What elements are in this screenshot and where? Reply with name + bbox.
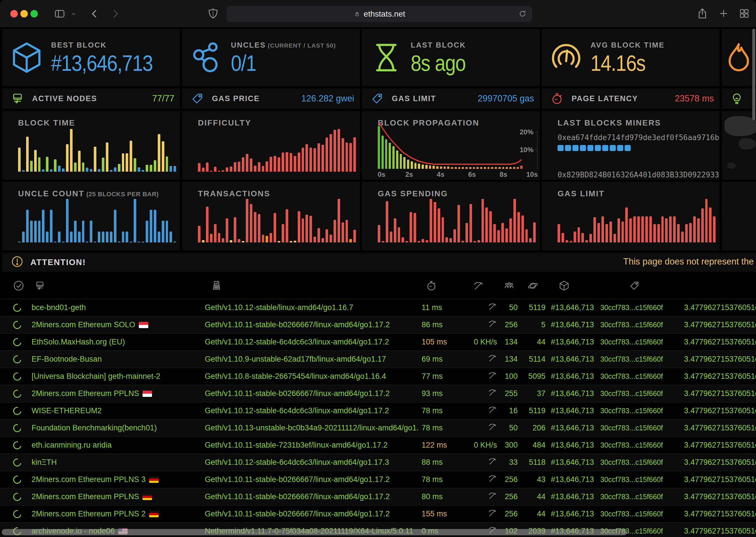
header-check-circle-icon — [0, 280, 26, 293]
uncle-count-chart: UNCLE COUNT (25 BLOCKS PER BAR) — [2, 182, 180, 250]
back-icon[interactable] — [89, 8, 100, 20]
chevron-down-icon[interactable] — [70, 11, 77, 17]
chart-bar — [286, 209, 288, 242]
ethstats-window: ethstats.net BEST BLOCK#13,646,713UNCLES… — [0, 0, 756, 537]
chart-bar — [282, 224, 284, 242]
node-name: 2Miners.com Ethereum PPLNS — [31, 492, 139, 501]
node-type-cell: Geth/v1.10.12-stable-6c4dc6c3/linux-amd6… — [205, 338, 419, 347]
table-row[interactable]: kinΞTHGeth/v1.10.12-stable-6c4dc6c3/linu… — [0, 454, 756, 471]
chart-bar — [390, 231, 392, 242]
chart-bar — [54, 159, 57, 172]
table-row[interactable]: [Universa Blockchain] geth-mainnet-2Geth… — [0, 368, 756, 385]
table-row[interactable]: WISE-ETHEREUM2Geth/v1.10.12-stable-6c4dc… — [0, 402, 756, 420]
close-window-button[interactable] — [10, 10, 18, 18]
chart-bar — [488, 167, 490, 169]
miner-block-square — [625, 145, 631, 151]
tab-overview-icon[interactable] — [739, 8, 750, 19]
chart-bar — [70, 231, 72, 242]
chart-bar — [398, 227, 400, 242]
chart-bar — [473, 241, 476, 242]
miner-hash: 0xea674fdde714fd979de3edf0f56aa9716b898e… — [557, 133, 720, 142]
miner-block-square — [610, 145, 616, 151]
node-latency-cell: 88 ms — [419, 458, 456, 467]
chart-bar — [30, 221, 33, 242]
chart-bar — [173, 166, 176, 172]
stat-value: 77/77 — [152, 94, 174, 104]
table-row[interactable]: 2Miners.com Ethereum PPLNS 3Geth/v1.10.1… — [0, 471, 756, 488]
reload-icon[interactable] — [518, 10, 527, 20]
table-header — [0, 273, 756, 299]
miner-block-square — [580, 145, 586, 151]
stat-label: GAS PRICE — [212, 94, 301, 103]
miner-block-square — [557, 145, 563, 151]
chart-bar — [570, 241, 572, 242]
chart-bar — [629, 218, 632, 242]
node-name-cell: 2Miners.com Ethereum PPLNS — [26, 389, 205, 398]
chart-bar — [30, 161, 33, 172]
chart-bar — [697, 218, 700, 242]
warning-icon — [11, 255, 23, 269]
address-bar[interactable]: ethstats.net — [227, 6, 532, 22]
chart-bar — [226, 167, 228, 172]
miner-block-square — [617, 145, 623, 151]
chart-bars — [198, 199, 356, 242]
stat-text: BEST BLOCK#13,646,713 — [51, 39, 180, 76]
node-difficulty-cell: 3.477962715376051e+22 — [657, 389, 756, 398]
node-latency-cell: 93 ms — [419, 389, 456, 398]
chart-bar — [70, 129, 72, 172]
chart-bar — [422, 164, 424, 169]
table-row[interactable]: 2Miners.com Ethereum SOLOGeth/v1.10.11-s… — [0, 316, 756, 334]
node-type-cell: Geth/v1.10.11-stable-b0266667/linux-amd6… — [205, 320, 419, 329]
node-last-block-cell: #13,646,713 — [548, 338, 595, 347]
new-tab-icon[interactable] — [718, 8, 729, 19]
pickaxe-icon — [473, 280, 484, 292]
minimize-window-button[interactable] — [21, 10, 28, 18]
node-block-hash-cell: 30ccf783...c15f660f — [595, 390, 657, 398]
chart-bar — [122, 231, 124, 242]
table-row[interactable]: EthSolo.MaxHash.org (EU)Geth/v1.10.12-st… — [0, 334, 756, 351]
node-mining-cell — [456, 508, 501, 519]
zoom-window-button[interactable] — [30, 10, 38, 18]
check-circle-icon — [13, 280, 24, 293]
node-name-cell: 2Miners.com Ethereum PPLNS — [26, 492, 205, 501]
stat-active-nodes: ACTIVE NODES77/77 — [2, 88, 180, 109]
stat-value: 126.282 gwei — [301, 94, 354, 104]
node-mining-cell: 0 KH/s — [456, 338, 501, 347]
chart-bar — [62, 169, 65, 172]
node-status-icon — [12, 371, 23, 382]
table-row[interactable]: EF-Bootnode-BusanGeth/v1.10.9-unstable-6… — [0, 351, 756, 368]
chart-bar — [262, 166, 264, 172]
chart-bar — [476, 167, 479, 169]
share-icon[interactable] — [696, 8, 708, 20]
node-last-block-cell: #13,646,713 — [548, 355, 595, 364]
node-pending-cell: 5119 — [518, 303, 548, 312]
table-row[interactable]: Foundation Benchmarking(bench01)Geth/v1.… — [0, 420, 756, 437]
chart-bar — [645, 216, 648, 242]
vertical-scrollbar[interactable] — [752, 29, 755, 120]
table-row[interactable]: eth.icanmining.ru aridiaGeth/v1.10.11-st… — [0, 437, 756, 454]
table-row[interactable]: 2Miners.com Ethereum PPLNSGeth/v1.10.11-… — [0, 488, 756, 506]
horizontal-scrollbar[interactable] — [2, 529, 627, 535]
node-name-cell: [Universa Blockchain] geth-mainnet-2 — [26, 372, 205, 381]
chart-bar — [22, 231, 25, 242]
people-icon — [504, 280, 514, 292]
forward-icon[interactable] — [110, 8, 121, 20]
chart-bar — [42, 169, 44, 172]
node-peers-cell: 256 — [501, 475, 518, 484]
node-difficulty-cell: 3.477962715376051e+22 — [657, 441, 756, 450]
chart-bar — [480, 167, 482, 169]
table-row[interactable]: bce-bnd01-gethGeth/v1.10.12-stable/linux… — [0, 299, 756, 316]
node-pending-cell: 43 — [518, 475, 548, 484]
chart-bar — [150, 210, 152, 242]
table-row[interactable]: 2Miners.com Ethereum PPLNS 2Geth/v1.10.1… — [0, 506, 756, 523]
chart-bar — [415, 163, 417, 169]
sidebar-toggle-icon[interactable] — [54, 8, 66, 20]
node-name: EthSolo.MaxHash.org (EU) — [31, 338, 125, 347]
table-row[interactable]: 2Miners.com Ethereum PPLNSGeth/v1.10.11-… — [0, 385, 756, 402]
shield-icon[interactable] — [207, 8, 219, 20]
chart-bar — [230, 166, 232, 172]
node-pending-cell: 44 — [518, 492, 548, 501]
chart-bar — [313, 237, 316, 242]
node-mining-cell — [456, 405, 501, 416]
stat-sublabel: (CURRENT / LAST 50) — [266, 42, 336, 49]
